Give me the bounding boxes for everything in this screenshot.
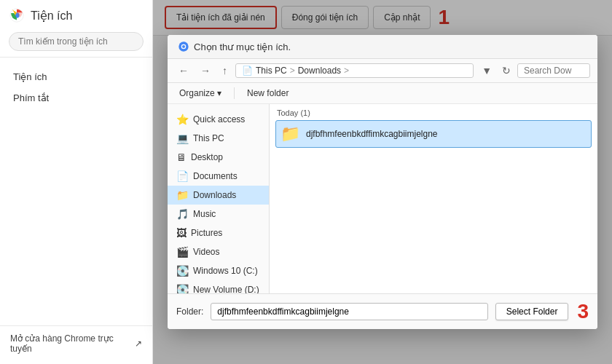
organize-button[interactable]: Organize ▾ [175,86,226,100]
breadcrumb-icon: 📄 [242,66,253,76]
sidebar-bottom: Mở cửa hàng Chrome trực tuyến ↗ [0,325,152,364]
breadcrumb: 📄 This PC > Downloads > [235,63,474,78]
folder-input[interactable] [211,303,487,320]
sidebar: Tiện ích Tiện ích Phím tắt Mở cửa hàng C… [0,0,153,364]
music-icon: 🎵 [176,208,189,220]
nav-right: ▼ ↻ [478,63,590,78]
sidebar-item-this-pc[interactable]: 💻 This PC [168,129,269,148]
main-content: Tải tiện ích đã giải nén Đóng gói tiện í… [153,0,612,364]
this-pc-label: This PC [193,133,224,143]
sidebar-top: Tiện ích [0,0,152,58]
new-folder-button[interactable]: New folder [243,86,293,100]
sidebar-item-extensions[interactable]: Tiện ích [0,66,152,87]
select-folder-button[interactable]: Select Folder [495,303,569,320]
breadcrumb-sep1: > [290,66,295,76]
windows-c-label: Windows 10 (C:) [193,266,258,276]
new-volume-d-icon: 💽 [176,284,189,293]
external-link-icon: ↗ [135,339,142,349]
file-name: djfbfhmfeenbkdffimkcagbiimjelgne [306,129,438,139]
file-picker-dialog: Chọn thư mục tiện ích. ← → ↑ 📄 This PC >… [168,35,597,329]
pictures-icon: 🖼 [176,227,187,239]
annotation-3: 3 [577,300,589,323]
dialog-toolbar: Organize ▾ New folder [168,83,597,104]
search-input[interactable] [9,32,144,51]
file-item[interactable]: 📁 djfbfhmfeenbkdffimkcagbiimjelgne [275,120,592,148]
videos-icon: 🎬 [176,246,189,258]
sidebar-item-desktop[interactable]: 🖥 Desktop [168,148,269,167]
dialog-title: Chọn thư mục tiện ích. [194,41,291,52]
back-button[interactable]: ← [175,63,192,78]
dialog-overlay: Chọn thư mục tiện ích. ← → ↑ 📄 This PC >… [153,0,612,364]
svg-point-3 [182,45,185,48]
refresh-button[interactable]: ↻ [498,63,514,78]
dialog-files-area: Today (1) 📁 djfbfhmfeenbkdffimkcagbiimje… [270,104,597,293]
dialog-nav-bar: ← → ↑ 📄 This PC > Downloads > ▼ ↻ [168,59,597,83]
sidebar-item-quick-access[interactable]: ⭐ Quick access [168,110,269,129]
dialog-sidebar: ⭐ Quick access 💻 This PC 🖥 Desktop 📄 Doc… [168,104,270,293]
documents-label: Documents [193,171,238,181]
sidebar-item-music[interactable]: 🎵 Music [168,205,269,223]
chrome-header: Tiện ích [9,7,144,23]
chrome-logo-icon [9,7,25,23]
sidebar-item-new-volume-d[interactable]: 💽 New Volume (D:) [168,280,269,293]
desktop-icon: 🖥 [176,151,187,163]
videos-label: Videos [193,247,219,257]
dialog-search-input[interactable] [517,63,590,78]
downloads-icon: 📁 [176,189,189,201]
dialog-body: ⭐ Quick access 💻 This PC 🖥 Desktop 📄 Doc… [168,104,597,293]
forward-button[interactable]: → [197,63,214,78]
up-button[interactable]: ↑ [219,63,231,78]
sidebar-item-shortcuts[interactable]: Phím tắt [0,87,152,108]
dialog-chrome-icon [178,41,189,52]
quick-access-icon: ⭐ [176,114,189,125]
files-group-label: Today (1) [275,108,592,117]
sidebar-item-downloads[interactable]: 📁 Downloads [168,186,269,205]
sidebar-item-videos[interactable]: 🎬 Videos [168,242,269,261]
dialog-title-bar: Chọn thư mục tiện ích. [168,35,597,59]
dialog-footer: Folder: Select Folder 3 [168,293,597,329]
sidebar-nav: Tiện ích Phím tắt [0,58,152,117]
breadcrumb-downloads[interactable]: Downloads [298,66,341,76]
chrome-store-link-text: Mở cửa hàng Chrome trực tuyến [10,333,130,354]
sidebar-item-pictures[interactable]: 🖼 Pictures [168,223,269,242]
pictures-label: Pictures [191,228,222,238]
music-label: Music [193,209,216,219]
sidebar-item-documents[interactable]: 📄 Documents [168,167,269,186]
folder-label: Folder: [176,306,203,317]
desktop-label: Desktop [191,152,223,162]
dropdown-button[interactable]: ▼ [478,63,495,78]
sidebar-item-windows-c[interactable]: 💽 Windows 10 (C:) [168,261,269,280]
downloads-label: Downloads [193,190,236,200]
toolbar-separator [234,87,235,99]
breadcrumb-thispc[interactable]: This PC [256,66,287,76]
breadcrumb-sep2: > [344,66,349,76]
windows-c-icon: 💽 [176,265,189,277]
this-pc-icon: 💻 [176,132,189,144]
documents-icon: 📄 [176,170,189,182]
new-volume-d-label: New Volume (D:) [193,285,259,293]
quick-access-label: Quick access [193,114,245,124]
chrome-store-link[interactable]: Mở cửa hàng Chrome trực tuyến ↗ [10,333,142,354]
app-title: Tiện ích [31,9,72,23]
folder-icon: 📁 [280,124,300,143]
